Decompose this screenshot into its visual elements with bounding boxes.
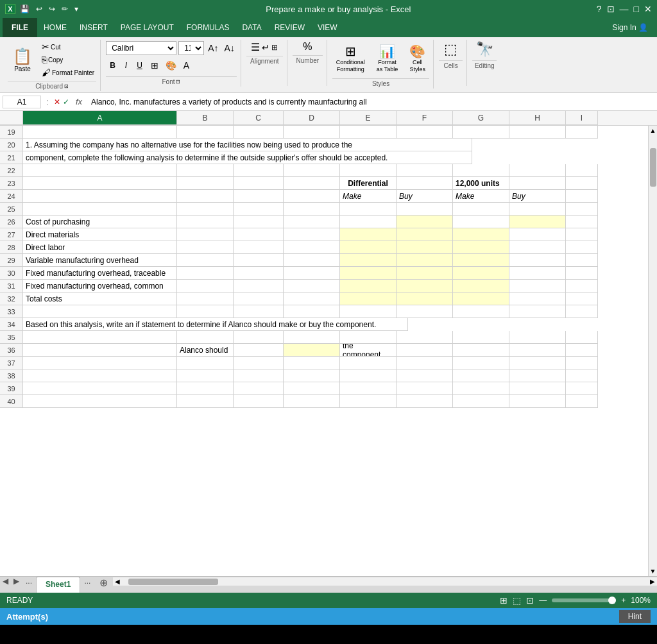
cell-g33[interactable] xyxy=(453,305,509,318)
bold-button[interactable]: B xyxy=(106,59,119,72)
cell-b23[interactable] xyxy=(177,177,234,190)
cell-a35[interactable] xyxy=(23,331,177,344)
hint-button[interactable]: Hint xyxy=(619,610,651,623)
cell-e40[interactable] xyxy=(340,395,397,408)
cell-f24[interactable]: Buy xyxy=(397,190,453,203)
cell-a21[interactable]: component, complete the following analys… xyxy=(23,151,472,164)
highlight-button[interactable]: 🎨 xyxy=(163,59,179,72)
col-header-i[interactable]: I xyxy=(566,111,598,125)
cell-a32[interactable]: Total costs xyxy=(23,292,177,305)
cell-a25[interactable] xyxy=(23,203,177,216)
cell-b19[interactable] xyxy=(177,126,234,139)
cell-b38[interactable] xyxy=(177,369,234,382)
review-menu[interactable]: REVIEW xyxy=(268,18,311,37)
cell-a38[interactable] xyxy=(23,369,177,382)
minimize-btn[interactable]: — xyxy=(620,4,629,14)
tab-prev-btn[interactable]: ◀ xyxy=(0,577,11,593)
cell-i33[interactable] xyxy=(566,305,598,318)
col-header-a[interactable]: A xyxy=(23,111,177,125)
cell-g22[interactable] xyxy=(453,164,509,177)
cell-e22[interactable] xyxy=(340,164,397,177)
cell-b28[interactable] xyxy=(177,241,234,254)
cell-h31[interactable] xyxy=(509,280,566,292)
cell-d32[interactable] xyxy=(284,292,340,305)
cell-b25[interactable] xyxy=(177,203,234,216)
cell-styles-button[interactable]: 🎨 CellStyles xyxy=(405,41,429,76)
cell-e27[interactable] xyxy=(340,228,397,241)
cell-h30[interactable] xyxy=(509,267,566,280)
maximize-btn[interactable]: □ xyxy=(634,4,639,14)
percent-icon[interactable]: % xyxy=(303,41,312,53)
page-break-icon[interactable]: ⊡ xyxy=(526,595,534,606)
cell-g24[interactable]: Make xyxy=(453,190,509,203)
hscroll-right-btn[interactable]: ▶ xyxy=(648,578,657,585)
cell-g28[interactable] xyxy=(453,241,509,254)
cell-e39[interactable] xyxy=(340,382,397,395)
cell-d35[interactable] xyxy=(284,331,340,344)
font-expand-icon[interactable]: ⊡ xyxy=(176,79,180,85)
cell-g38[interactable] xyxy=(453,369,509,382)
font-size-selector[interactable]: 11 xyxy=(178,41,204,55)
decrease-font-icon[interactable]: A↓ xyxy=(222,42,236,54)
horizontal-scrollbar[interactable]: ◀ ▶ xyxy=(113,577,657,586)
undo-icon[interactable]: ↩ xyxy=(34,4,44,14)
underline-button[interactable]: U xyxy=(133,59,146,72)
cell-i31[interactable] xyxy=(566,280,598,292)
cell-h28[interactable] xyxy=(509,241,566,254)
cell-c23[interactable] xyxy=(234,177,284,190)
cell-b22[interactable] xyxy=(177,164,234,177)
cell-g39[interactable] xyxy=(453,382,509,395)
cell-c26[interactable] xyxy=(234,216,284,228)
cell-e31[interactable] xyxy=(340,280,397,292)
cell-h40[interactable] xyxy=(509,395,566,408)
cell-g27[interactable] xyxy=(453,228,509,241)
cell-f32[interactable] xyxy=(397,292,453,305)
paint-icon[interactable]: ✏ xyxy=(60,4,70,14)
cell-f30[interactable] xyxy=(397,267,453,280)
cell-g36[interactable] xyxy=(453,344,509,357)
cell-b36[interactable]: Alanco should xyxy=(177,344,234,357)
cell-b27[interactable] xyxy=(177,228,234,241)
scroll-up-btn[interactable]: ▲ xyxy=(649,126,657,135)
conditional-formatting-button[interactable]: ⊞ ConditionalFormatting xyxy=(332,41,369,76)
cell-d22[interactable] xyxy=(284,164,340,177)
cell-f25[interactable] xyxy=(397,203,453,216)
cell-a24[interactable] xyxy=(23,190,177,203)
cell-h24[interactable]: Buy xyxy=(509,190,566,203)
page-view-icon[interactable]: ⬚ xyxy=(513,595,521,606)
cell-f38[interactable] xyxy=(397,369,453,382)
cell-i28[interactable] xyxy=(566,241,598,254)
cell-h38[interactable] xyxy=(509,369,566,382)
cell-i29[interactable] xyxy=(566,254,598,267)
cell-f33[interactable] xyxy=(397,305,453,318)
cell-i19[interactable] xyxy=(566,126,598,139)
cell-h29[interactable] xyxy=(509,254,566,267)
sheet-tab-sheet1[interactable]: Sheet1 xyxy=(36,577,80,593)
col-header-b[interactable]: B xyxy=(177,111,234,125)
cell-a33[interactable] xyxy=(23,305,177,318)
cell-c24[interactable] xyxy=(234,190,284,203)
cell-a31[interactable]: Fixed manufacturing overhead, common xyxy=(23,280,177,292)
cell-e38[interactable] xyxy=(340,369,397,382)
cell-d31[interactable] xyxy=(284,280,340,292)
cell-a40[interactable] xyxy=(23,395,177,408)
zoom-minus[interactable]: — xyxy=(539,596,547,605)
cell-i22[interactable] xyxy=(566,164,598,177)
cell-e23[interactable]: Per Unit Differential Cost xyxy=(340,177,397,190)
cell-h23[interactable] xyxy=(509,177,566,190)
cell-a20[interactable]: 1. Assuming the company has no alternati… xyxy=(23,139,472,151)
editing-icon[interactable]: 🔭 xyxy=(476,41,493,58)
scroll-thumb[interactable] xyxy=(650,148,656,187)
cell-i35[interactable] xyxy=(566,331,598,344)
redo-icon[interactable]: ↪ xyxy=(47,4,57,14)
cell-h37[interactable] xyxy=(509,357,566,369)
grid-view-icon[interactable]: ⊞ xyxy=(500,595,508,606)
cut-button[interactable]: ✂ Cut xyxy=(40,41,96,53)
cell-b40[interactable] xyxy=(177,395,234,408)
cell-h35[interactable] xyxy=(509,331,566,344)
cell-h32[interactable] xyxy=(509,292,566,305)
cell-i24[interactable] xyxy=(566,190,598,203)
cell-f22[interactable] xyxy=(397,164,453,177)
cell-e19[interactable] xyxy=(340,126,397,139)
cell-h27[interactable] xyxy=(509,228,566,241)
